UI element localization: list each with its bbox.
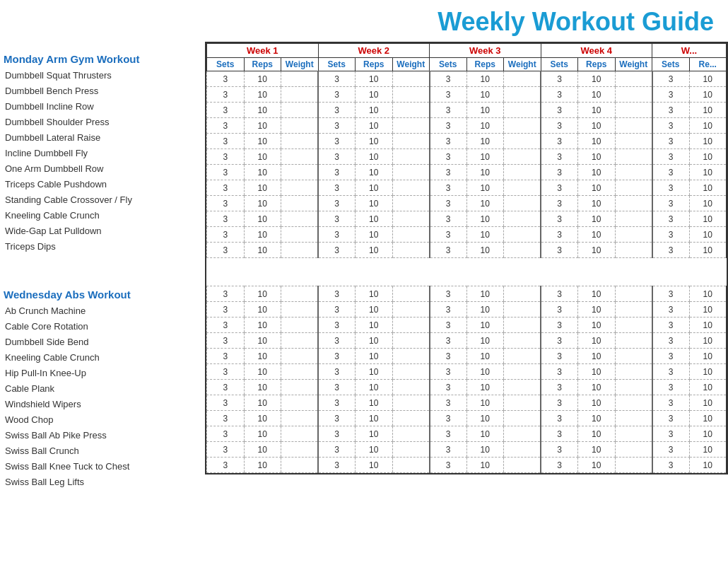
sets-cell[interactable]: 3 <box>318 411 356 426</box>
sets-cell[interactable]: 3 <box>430 426 467 442</box>
reps-cell[interactable]: 10 <box>689 380 727 395</box>
sets-cell[interactable]: 3 <box>652 302 690 318</box>
reps-cell[interactable]: 10 <box>689 318 727 333</box>
sets-cell[interactable]: 3 <box>207 302 245 318</box>
reps-cell[interactable]: 10 <box>244 87 281 103</box>
reps-cell[interactable]: 10 <box>689 165 727 180</box>
sets-cell[interactable]: 3 <box>207 411 245 426</box>
weight-cell[interactable] <box>615 380 652 395</box>
reps-cell[interactable]: 10 <box>466 165 504 180</box>
reps-cell[interactable]: 10 <box>356 87 393 103</box>
reps-cell[interactable]: 10 <box>466 118 504 134</box>
sets-cell[interactable]: 3 <box>318 302 356 318</box>
weight-cell[interactable] <box>281 103 319 118</box>
weight-cell[interactable] <box>504 411 541 426</box>
sets-cell[interactable]: 3 <box>652 227 690 243</box>
reps-cell[interactable]: 10 <box>578 458 616 473</box>
sets-cell[interactable]: 3 <box>207 196 245 211</box>
weight-cell[interactable] <box>504 180 541 196</box>
reps-cell[interactable]: 10 <box>356 411 393 426</box>
weight-cell[interactable] <box>504 318 541 333</box>
weight-cell[interactable] <box>615 71 652 87</box>
weight-cell[interactable] <box>615 211 652 227</box>
sets-cell[interactable]: 3 <box>541 364 578 380</box>
weight-cell[interactable] <box>615 364 652 380</box>
weight-cell[interactable] <box>615 196 652 211</box>
sets-cell[interactable]: 3 <box>207 349 245 364</box>
sets-cell[interactable]: 3 <box>541 211 578 227</box>
reps-cell[interactable]: 10 <box>466 302 504 318</box>
reps-cell[interactable]: 10 <box>466 426 504 442</box>
sets-cell[interactable]: 3 <box>541 380 578 395</box>
weight-cell[interactable] <box>392 118 430 134</box>
sets-cell[interactable]: 3 <box>430 442 467 458</box>
reps-cell[interactable]: 10 <box>244 318 281 333</box>
weight-cell[interactable] <box>281 364 319 380</box>
sets-cell[interactable]: 3 <box>207 442 245 458</box>
weight-cell[interactable] <box>615 180 652 196</box>
sets-cell[interactable]: 3 <box>207 426 245 442</box>
weight-cell[interactable] <box>281 286 319 302</box>
weight-cell[interactable] <box>615 227 652 243</box>
weight-cell[interactable] <box>615 395 652 411</box>
weight-cell[interactable] <box>281 196 319 211</box>
weight-cell[interactable] <box>615 333 652 349</box>
sets-cell[interactable]: 3 <box>207 71 245 87</box>
sets-cell[interactable]: 3 <box>207 134 245 149</box>
sets-cell[interactable]: 3 <box>430 318 467 333</box>
reps-cell[interactable]: 10 <box>356 134 393 149</box>
weight-cell[interactable] <box>392 103 430 118</box>
sets-cell[interactable]: 3 <box>207 318 245 333</box>
weight-cell[interactable] <box>504 380 541 395</box>
sets-cell[interactable]: 3 <box>207 380 245 395</box>
reps-cell[interactable]: 10 <box>244 180 281 196</box>
sets-cell[interactable]: 3 <box>541 302 578 318</box>
reps-cell[interactable]: 10 <box>244 380 281 395</box>
sets-cell[interactable]: 3 <box>652 180 690 196</box>
reps-cell[interactable]: 10 <box>244 227 281 243</box>
weight-cell[interactable] <box>504 149 541 165</box>
weight-cell[interactable] <box>281 349 319 364</box>
reps-cell[interactable]: 10 <box>689 87 727 103</box>
weight-cell[interactable] <box>504 426 541 442</box>
sets-cell[interactable]: 3 <box>207 118 245 134</box>
weight-cell[interactable] <box>392 426 430 442</box>
weight-cell[interactable] <box>615 286 652 302</box>
reps-cell[interactable]: 10 <box>689 196 727 211</box>
reps-cell[interactable]: 10 <box>356 103 393 118</box>
reps-cell[interactable]: 10 <box>689 286 727 302</box>
sets-cell[interactable]: 3 <box>541 243 578 258</box>
sets-cell[interactable]: 3 <box>652 286 690 302</box>
sets-cell[interactable]: 3 <box>430 180 467 196</box>
sets-cell[interactable]: 3 <box>430 364 467 380</box>
sets-cell[interactable]: 3 <box>652 211 690 227</box>
weight-cell[interactable] <box>281 243 319 258</box>
sets-cell[interactable]: 3 <box>541 458 578 473</box>
sets-cell[interactable]: 3 <box>652 318 690 333</box>
weight-cell[interactable] <box>504 103 541 118</box>
reps-cell[interactable]: 10 <box>466 442 504 458</box>
reps-cell[interactable]: 10 <box>689 364 727 380</box>
reps-cell[interactable]: 10 <box>578 318 616 333</box>
reps-cell[interactable]: 10 <box>356 395 393 411</box>
sets-cell[interactable]: 3 <box>207 103 245 118</box>
sets-cell[interactable]: 3 <box>318 364 356 380</box>
reps-cell[interactable]: 10 <box>356 364 393 380</box>
sets-cell[interactable]: 3 <box>652 349 690 364</box>
reps-cell[interactable]: 10 <box>244 333 281 349</box>
weight-cell[interactable] <box>392 243 430 258</box>
sets-cell[interactable]: 3 <box>541 71 578 87</box>
reps-cell[interactable]: 10 <box>578 380 616 395</box>
reps-cell[interactable]: 10 <box>578 71 616 87</box>
sets-cell[interactable]: 3 <box>541 442 578 458</box>
reps-cell[interactable]: 10 <box>689 302 727 318</box>
reps-cell[interactable]: 10 <box>244 286 281 302</box>
reps-cell[interactable]: 10 <box>466 149 504 165</box>
weight-cell[interactable] <box>281 442 319 458</box>
sets-cell[interactable]: 3 <box>430 349 467 364</box>
sets-cell[interactable]: 3 <box>207 458 245 473</box>
sets-cell[interactable]: 3 <box>318 149 356 165</box>
reps-cell[interactable]: 10 <box>356 227 393 243</box>
reps-cell[interactable]: 10 <box>689 103 727 118</box>
sets-cell[interactable]: 3 <box>207 286 245 302</box>
